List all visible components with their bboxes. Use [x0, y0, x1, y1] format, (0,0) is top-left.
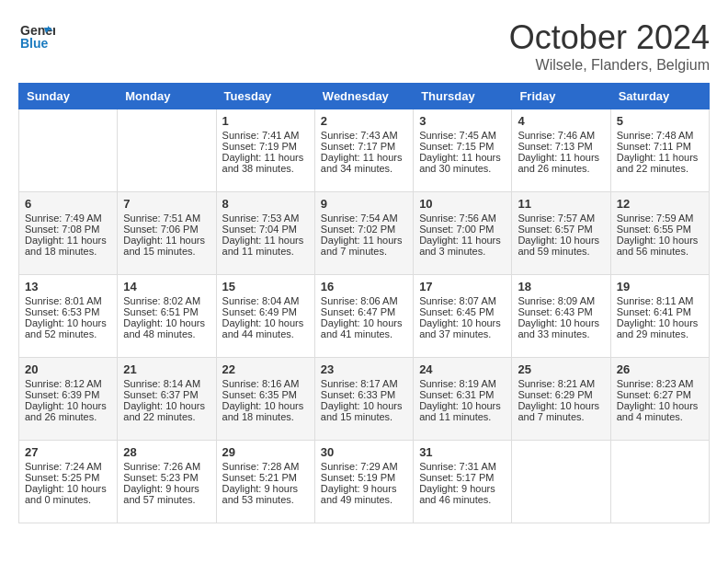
sunrise-text: Sunrise: 7:29 AM — [321, 461, 407, 472]
day-number: 20 — [25, 362, 111, 376]
sunset-text: Sunset: 5:23 PM — [123, 472, 210, 483]
sunset-text: Sunset: 6:43 PM — [518, 306, 604, 317]
sunrise-text: Sunrise: 8:02 AM — [123, 295, 210, 306]
sunrise-text: Sunrise: 7:43 AM — [321, 130, 407, 141]
sunrise-text: Sunrise: 7:45 AM — [419, 130, 506, 141]
sunrise-text: Sunrise: 8:04 AM — [222, 295, 309, 306]
day-header-wednesday: Wednesday — [314, 84, 413, 109]
sunset-text: Sunset: 7:06 PM — [123, 224, 210, 235]
day-number: 13 — [25, 280, 111, 293]
daylight-text: Daylight: 11 hours and 3 minutes. — [419, 235, 506, 257]
week-row-5: 27Sunrise: 7:24 AMSunset: 5:25 PMDayligh… — [19, 441, 710, 523]
day-number: 31 — [419, 445, 506, 459]
daylight-text: Daylight: 10 hours and 56 minutes. — [617, 235, 703, 257]
calendar-cell: 30Sunrise: 7:29 AMSunset: 5:19 PMDayligh… — [314, 441, 413, 523]
day-number: 30 — [321, 445, 407, 459]
calendar-cell: 14Sunrise: 8:02 AMSunset: 6:51 PMDayligh… — [118, 275, 216, 358]
sunset-text: Sunset: 6:31 PM — [419, 389, 506, 400]
week-row-2: 6Sunrise: 7:49 AMSunset: 7:08 PMDaylight… — [19, 192, 710, 275]
daylight-text: Daylight: 10 hours and 7 minutes. — [518, 400, 604, 422]
sunset-text: Sunset: 6:49 PM — [222, 306, 309, 317]
calendar-cell: 10Sunrise: 7:56 AMSunset: 7:00 PMDayligh… — [414, 192, 512, 275]
calendar-table: SundayMondayTuesdayWednesdayThursdayFrid… — [18, 83, 710, 523]
day-header-tuesday: Tuesday — [216, 84, 314, 109]
day-number: 12 — [617, 197, 703, 211]
sunset-text: Sunset: 7:04 PM — [222, 224, 309, 235]
calendar-cell: 15Sunrise: 8:04 AMSunset: 6:49 PMDayligh… — [216, 275, 314, 358]
calendar-cell: 20Sunrise: 8:12 AMSunset: 6:39 PMDayligh… — [19, 358, 118, 441]
day-header-sunday: Sunday — [19, 84, 118, 109]
day-header-thursday: Thursday — [414, 84, 512, 109]
sunrise-text: Sunrise: 7:26 AM — [123, 461, 210, 472]
day-number: 7 — [123, 197, 210, 211]
day-number: 19 — [617, 280, 703, 293]
sunset-text: Sunset: 5:19 PM — [321, 472, 407, 483]
daylight-text: Daylight: 10 hours and 15 minutes. — [321, 400, 407, 422]
calendar-cell: 16Sunrise: 8:06 AMSunset: 6:47 PMDayligh… — [314, 275, 413, 358]
day-header-friday: Friday — [512, 84, 610, 109]
sunrise-text: Sunrise: 7:41 AM — [222, 130, 309, 141]
day-number: 9 — [321, 197, 407, 211]
day-number: 17 — [419, 280, 506, 293]
day-number: 28 — [123, 445, 210, 459]
sunset-text: Sunset: 6:29 PM — [518, 389, 604, 400]
title-section: October 2024 Wilsele, Flanders, Belgium — [509, 18, 710, 74]
day-number: 3 — [419, 114, 506, 128]
sunrise-text: Sunrise: 7:56 AM — [419, 213, 506, 224]
sunrise-text: Sunrise: 8:06 AM — [321, 295, 407, 306]
calendar-cell: 7Sunrise: 7:51 AMSunset: 7:06 PMDaylight… — [118, 192, 216, 275]
calendar-cell: 8Sunrise: 7:53 AMSunset: 7:04 PMDaylight… — [216, 192, 314, 275]
sunset-text: Sunset: 7:00 PM — [419, 224, 506, 235]
daylight-text: Daylight: 11 hours and 7 minutes. — [321, 235, 407, 257]
daylight-text: Daylight: 11 hours and 11 minutes. — [222, 235, 309, 257]
daylight-text: Daylight: 11 hours and 38 minutes. — [222, 152, 309, 174]
sunrise-text: Sunrise: 8:01 AM — [25, 295, 111, 306]
week-row-1: 1Sunrise: 7:41 AMSunset: 7:19 PMDaylight… — [19, 109, 710, 192]
day-number: 24 — [419, 362, 506, 376]
calendar-cell: 1Sunrise: 7:41 AMSunset: 7:19 PMDaylight… — [216, 109, 314, 192]
daylight-text: Daylight: 10 hours and 18 minutes. — [222, 400, 309, 422]
sunrise-text: Sunrise: 8:21 AM — [518, 378, 604, 389]
daylight-text: Daylight: 10 hours and 52 minutes. — [25, 317, 111, 339]
daylight-text: Daylight: 9 hours and 57 minutes. — [123, 483, 210, 505]
sunset-text: Sunset: 6:57 PM — [518, 224, 604, 235]
sunrise-text: Sunrise: 7:46 AM — [518, 130, 604, 141]
daylight-text: Daylight: 11 hours and 18 minutes. — [25, 235, 111, 257]
calendar-cell: 25Sunrise: 8:21 AMSunset: 6:29 PMDayligh… — [512, 358, 610, 441]
sunset-text: Sunset: 6:37 PM — [123, 389, 210, 400]
sunset-text: Sunset: 7:02 PM — [321, 224, 407, 235]
sunrise-text: Sunrise: 8:12 AM — [25, 378, 111, 389]
sunrise-text: Sunrise: 7:24 AM — [25, 461, 111, 472]
month-title: October 2024 — [509, 18, 710, 57]
calendar-cell: 31Sunrise: 7:31 AMSunset: 5:17 PMDayligh… — [414, 441, 512, 523]
sunset-text: Sunset: 6:47 PM — [321, 306, 407, 317]
calendar-cell — [19, 109, 118, 192]
header: General Blue October 2024 Wilsele, Fland… — [18, 18, 710, 74]
calendar-cell: 29Sunrise: 7:28 AMSunset: 5:21 PMDayligh… — [216, 441, 314, 523]
day-number: 6 — [25, 197, 111, 211]
sunrise-text: Sunrise: 8:19 AM — [419, 378, 506, 389]
sunrise-text: Sunrise: 8:11 AM — [617, 295, 703, 306]
day-number: 1 — [222, 114, 309, 128]
week-row-4: 20Sunrise: 8:12 AMSunset: 6:39 PMDayligh… — [19, 358, 710, 441]
day-number: 10 — [419, 197, 506, 211]
day-number: 4 — [518, 114, 604, 128]
sunset-text: Sunset: 6:33 PM — [321, 389, 407, 400]
calendar-cell — [610, 441, 709, 523]
calendar-cell: 12Sunrise: 7:59 AMSunset: 6:55 PMDayligh… — [610, 192, 709, 275]
header-row: SundayMondayTuesdayWednesdayThursdayFrid… — [19, 84, 710, 109]
sunset-text: Sunset: 7:11 PM — [617, 141, 703, 152]
sunset-text: Sunset: 7:19 PM — [222, 141, 309, 152]
day-number: 5 — [617, 114, 703, 128]
sunrise-text: Sunrise: 7:59 AM — [617, 213, 703, 224]
sunrise-text: Sunrise: 8:07 AM — [419, 295, 506, 306]
location-subtitle: Wilsele, Flanders, Belgium — [509, 57, 710, 74]
daylight-text: Daylight: 11 hours and 30 minutes. — [419, 152, 506, 174]
daylight-text: Daylight: 9 hours and 53 minutes. — [222, 483, 309, 505]
sunset-text: Sunset: 6:51 PM — [123, 306, 210, 317]
daylight-text: Daylight: 10 hours and 26 minutes. — [25, 400, 111, 422]
day-number: 25 — [518, 362, 604, 376]
day-number: 26 — [617, 362, 703, 376]
calendar-cell: 28Sunrise: 7:26 AMSunset: 5:23 PMDayligh… — [118, 441, 216, 523]
calendar-cell: 13Sunrise: 8:01 AMSunset: 6:53 PMDayligh… — [19, 275, 118, 358]
